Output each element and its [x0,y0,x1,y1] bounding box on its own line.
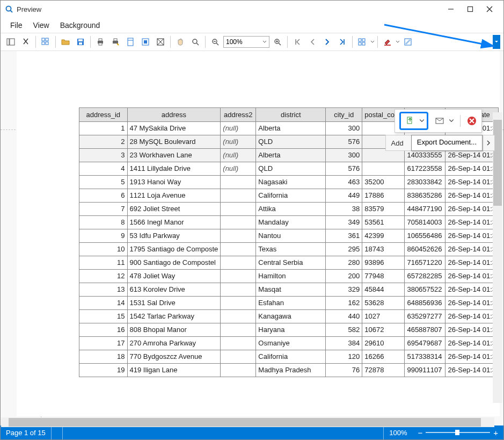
chevron-down-icon [262,40,267,44]
quick-print-icon[interactable] [108,35,122,49]
status-blank [52,425,63,439]
scale-icon[interactable] [138,35,152,49]
svg-point-26 [193,39,197,44]
svg-rect-37 [359,42,361,45]
table-row: 19419 Iligan LaneMadhya Pradesh767287899… [79,363,499,377]
svg-rect-4 [468,7,473,12]
open-icon[interactable] [59,35,72,49]
table-row: 16808 Bhopal ManorHaryana582106724658878… [79,323,499,336]
chevron-down-icon[interactable] [396,40,400,44]
svg-rect-24 [144,40,147,44]
svg-rect-36 [362,39,365,41]
table-row: 13613 Korolev DriveMasqat329458443806575… [79,283,499,296]
window-title: Preview [17,5,441,13]
svg-rect-14 [78,39,83,41]
bgcolor-icon[interactable] [381,35,395,49]
horizontal-scrollbar[interactable] [1,417,494,427]
svg-rect-21 [128,38,133,46]
column-header[interactable]: city_id [326,108,362,121]
search-icon[interactable] [19,35,33,49]
zoom-out-icon[interactable] [208,35,222,49]
svg-rect-17 [99,39,102,41]
svg-rect-38 [362,42,365,45]
zoom-minus-icon[interactable]: − [418,428,422,437]
column-header[interactable]: district [256,108,326,121]
table-row: 18770 Bydgoszcz AvenueCalifornia12016266… [79,350,499,363]
page-indicator: Page 1 of 15 [1,425,52,439]
zoom-combobox[interactable]: 100% [223,36,269,48]
report-page: address_idaddressaddress2districtcity_id… [17,51,500,416]
add-or-customize-label[interactable]: Add [386,135,412,150]
export-document-tooltip: Export Document... [411,135,483,151]
svg-rect-39 [384,45,391,46]
vertical-scrollbar[interactable] [493,112,502,403]
hand-icon[interactable] [173,35,187,49]
svg-rect-35 [359,39,361,41]
toolbar-overflow-button[interactable] [493,35,500,49]
table-row: 11900 Santiago de CompostelCentral Serbi… [79,256,499,269]
column-header[interactable]: address [127,108,221,121]
menu-background[interactable]: Background [56,19,105,32]
save-icon[interactable] [74,35,87,49]
svg-rect-12 [46,42,48,45]
last-page-icon[interactable] [335,35,349,49]
magnifier-icon[interactable] [188,35,202,49]
multipage-icon[interactable] [355,35,369,49]
statusbar: Page 1 of 15 100% − + [1,425,503,439]
table-row: 101795 Santiago de ComposteTexas29518743… [79,242,499,256]
send-email-button[interactable] [433,114,447,128]
minimize-button[interactable] [441,2,461,17]
chevron-down-icon[interactable] [449,118,454,124]
chevron-down-icon[interactable] [419,118,425,124]
print-icon[interactable] [93,35,107,49]
scroll-right-icon[interactable] [483,135,494,150]
table-row: 12478 Joliet WayHamilton2007794865728228… [79,269,499,283]
menubar: File View Background [1,18,503,33]
svg-rect-20 [114,39,117,41]
chevron-down-icon[interactable] [370,40,375,44]
svg-rect-15 [79,42,82,45]
table-row: 17270 Amroha ParkwayOsmaniye384296106954… [79,336,499,350]
svg-rect-10 [46,38,48,41]
zoom-slider[interactable]: − + [412,428,503,437]
table-row: 41411 Lillydale Drive(null)QLD5766172235… [79,162,499,175]
zoom-in-icon[interactable] [271,35,284,49]
margins-icon[interactable] [154,35,167,49]
zoom-plus-icon[interactable]: + [493,428,498,437]
preview-area: Add Export Document... address_idaddress… [1,51,503,425]
thumbnails-icon[interactable] [39,35,53,49]
zoom-percent: 100% [383,425,412,439]
sidebar-icon[interactable] [4,35,18,49]
column-header[interactable]: address_id [79,108,127,121]
column-header[interactable]: address2 [221,108,256,121]
close-preview-button[interactable] [466,116,477,126]
svg-rect-18 [99,43,102,45]
overflow-buttons-row: Add Export Document... [385,135,495,151]
overflow-popup-toolbar [395,109,482,133]
svg-rect-8 [10,39,14,45]
svg-rect-7 [7,39,9,45]
prev-page-icon[interactable] [305,35,319,49]
table-row: 61121 Loja AvenueCalifornia4491788683863… [79,189,499,202]
svg-rect-42 [407,117,412,124]
svg-rect-19 [113,41,118,44]
table-row: 141531 Sal DriveEsfahan16253628648856936… [79,296,499,309]
table-row: 7692 Joliet StreetAttika3883579448477190… [79,202,499,215]
svg-line-1 [10,10,12,12]
next-page-icon[interactable] [320,35,334,49]
zoom-value: 100% [226,38,262,46]
close-button[interactable] [480,2,499,17]
titlebar: Preview [1,1,503,18]
svg-line-30 [216,43,218,45]
watermark-icon[interactable] [401,35,415,49]
svg-rect-11 [42,42,45,45]
first-page-icon[interactable] [290,35,304,49]
table-row: 953 Idfu ParkwayNantou361423991065564862… [79,229,499,242]
app-icon [5,5,13,13]
menu-file[interactable]: File [6,19,27,32]
maximize-button[interactable] [461,2,480,17]
menu-view[interactable]: View [29,19,54,32]
toolbar: 100% [1,33,503,51]
export-document-button[interactable] [403,114,417,128]
page-setup-icon[interactable] [123,35,137,49]
